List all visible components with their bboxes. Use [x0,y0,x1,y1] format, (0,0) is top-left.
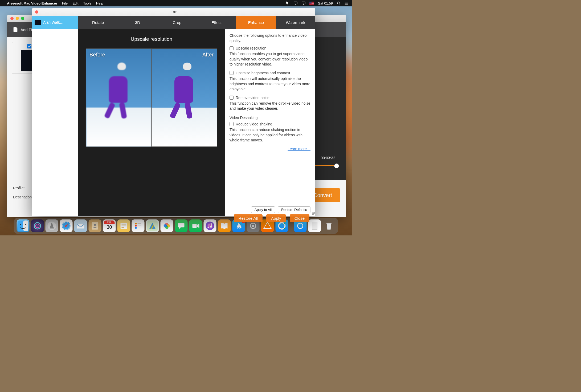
learn-more-link[interactable]: Learn more… [288,147,310,151]
dock-reminders-icon[interactable] [132,219,145,232]
dock-calendar-icon[interactable]: DEC30 [103,219,116,232]
svg-point-28 [206,222,214,230]
svg-rect-15 [77,224,84,228]
file-tab-label: Alan Walk… [43,20,64,24]
svg-point-20 [135,225,137,227]
svg-rect-7 [23,220,28,231]
svg-rect-36 [326,223,332,224]
zoom-button[interactable] [21,17,24,20]
before-after-comparison: Before After [86,48,217,147]
menubar-clock[interactable]: Sat 01:59 [318,1,333,5]
dock-finder-icon[interactable] [17,219,30,232]
svg-point-2 [337,2,339,4]
upscale-checkbox[interactable] [230,46,234,50]
dock-facetime-icon[interactable] [189,219,202,232]
restore-defaults-button[interactable]: Restore Defaults [278,206,310,213]
edit-tabs-row: Alan Walk… Rotate 3D Crop Effect Enhance… [32,16,315,29]
input-source-flag-icon[interactable] [309,2,314,5]
menu-list-icon[interactable] [345,1,349,5]
svg-point-30 [210,226,212,228]
enhance-options-panel: Choose the following options to enhance … [225,29,315,216]
tab-effect[interactable]: Effect [197,16,236,29]
svg-rect-27 [193,224,197,228]
noise-checkbox[interactable] [230,96,234,100]
option-brightness: Optimize brightness and contrast This fu… [230,71,310,92]
close-edit-button[interactable]: Close [290,214,309,222]
svg-point-3 [345,2,345,2]
tab-enhance[interactable]: Enhance [236,16,276,29]
tab-rotate[interactable]: Rotate [78,16,118,29]
dock-mail-icon[interactable] [74,219,87,232]
enhance-section-title: Upscale resolution [131,36,172,42]
video-duration: 00:03:32 [321,156,335,160]
before-image [86,49,151,146]
deshake-label: Reduce video shaking [236,122,272,126]
edit-footer-buttons: Restore All Apply Close [234,214,309,222]
resize-grip-icon[interactable] [312,212,315,215]
dock-messages-icon[interactable] [175,219,188,232]
app-name[interactable]: Aiseesoft Mac Video Enhancer [7,1,57,5]
svg-point-8 [20,224,21,225]
restore-all-button[interactable]: Restore All [234,214,263,222]
tab-watermark[interactable]: Watermark [276,16,315,29]
after-label: After [202,52,214,58]
minimize-button[interactable] [16,17,19,20]
profile-label: Profile: [13,186,25,190]
cursor-icon[interactable] [285,1,290,5]
apply-to-all-button[interactable]: Apply to All [251,206,275,213]
deshake-desc: This function can reduce shaking motion … [230,127,310,143]
svg-point-34 [298,223,303,228]
tab-3d[interactable]: 3D [118,16,157,29]
dock-photos-icon[interactable] [161,219,173,232]
file-checkbox[interactable] [27,44,31,48]
dock-safari-icon[interactable] [60,219,73,232]
edit-left-column [32,29,78,216]
svg-point-17 [94,224,96,226]
svg-point-26 [164,224,167,227]
display-icon[interactable] [293,1,298,5]
close-button[interactable] [35,10,38,14]
svg-point-11 [36,224,39,228]
add-file-icon [13,27,18,32]
upscale-desc: This function enables you to get superb … [230,51,310,67]
dock-notes-icon[interactable] [117,219,130,232]
dock-trash-icon[interactable] [323,219,335,232]
edit-window: Edit Alan Walk… Rotate 3D Crop Effect En… [32,8,315,216]
brightness-checkbox[interactable] [230,71,234,75]
menu-file[interactable]: File [62,1,68,5]
panel-intro: Choose the following options to enhance … [230,33,310,43]
close-button[interactable] [10,17,14,20]
noise-label: Remove video noise [236,96,269,100]
edit-window-titlebar: Edit [32,8,315,16]
dock-ibooks-icon[interactable] [218,219,231,232]
svg-point-4 [345,3,345,3]
dock-itunes-icon[interactable] [204,219,216,232]
apply-button[interactable]: Apply [266,214,286,222]
menu-tools[interactable]: Tools [83,1,91,5]
tab-crop[interactable]: Crop [157,16,197,29]
dock-tray-document-icon[interactable] [308,219,321,232]
edit-window-title: Edit [171,10,177,14]
dock-maps-icon[interactable] [146,219,159,232]
file-tab-thumbnail [35,20,41,25]
menu-help[interactable]: Help [96,1,103,5]
svg-point-29 [208,227,209,228]
upscale-label: Upscale resolution [236,46,266,50]
edit-preview-column: Upscale resolution Before After [78,29,225,216]
airplay-icon[interactable] [301,1,306,5]
svg-rect-35 [312,222,317,230]
dock-contacts-icon[interactable] [89,219,101,232]
svg-point-21 [135,227,137,229]
deshake-checkbox[interactable] [230,122,234,126]
svg-point-10 [34,223,41,229]
file-tab[interactable]: Alan Walk… [32,16,78,29]
menu-edit[interactable]: Edit [72,1,78,5]
svg-point-32 [252,225,254,227]
svg-rect-0 [294,2,297,4]
before-label: Before [89,52,105,58]
dock-launchpad-icon[interactable] [46,219,58,232]
spotlight-icon[interactable] [337,1,341,5]
dock-siri-icon[interactable] [31,219,44,232]
option-noise: Remove video noise This function can rem… [230,96,310,111]
deshaking-heading: Video Deshaking [230,116,310,120]
